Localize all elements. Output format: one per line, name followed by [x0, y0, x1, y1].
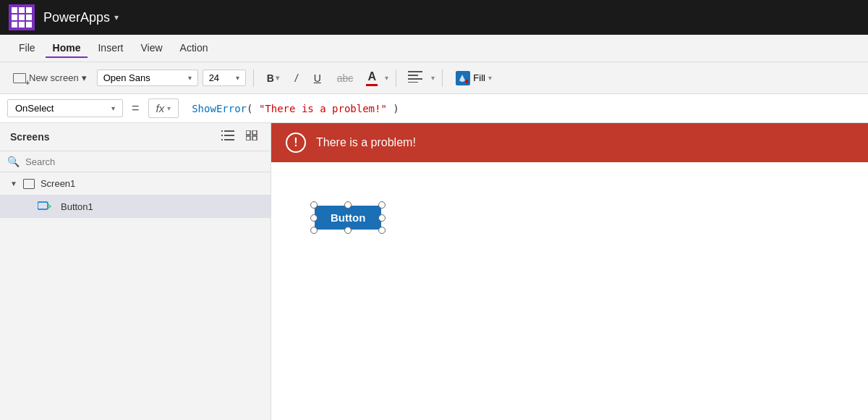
strikethrough-button[interactable]: abc — [331, 70, 359, 86]
svg-rect-9 — [224, 139, 234, 140]
screen-icon — [23, 179, 35, 189]
align-chevron-icon[interactable]: ▾ — [431, 74, 435, 82]
app-title: PowerApps ▾ — [43, 10, 119, 25]
sidebar-title: Screens — [10, 131, 49, 143]
toolbar-divider-3 — [442, 70, 443, 87]
svg-rect-15 — [38, 202, 48, 209]
handle-top-right[interactable] — [378, 201, 386, 209]
svg-rect-4 — [466, 80, 468, 83]
fx-button[interactable]: fx ▾ — [148, 98, 179, 118]
sidebar-icons — [218, 129, 260, 145]
property-dropdown[interactable]: OnSelect ▾ — [7, 99, 123, 117]
button1-icon — [38, 201, 52, 212]
svg-rect-8 — [221, 135, 223, 136]
button-widget[interactable]: Button — [315, 206, 381, 230]
error-message: There is a problem! — [316, 136, 416, 149]
toolbar-divider-1 — [253, 70, 254, 87]
font-size-chevron-icon: ▾ — [236, 74, 239, 82]
menu-bar: File Home Insert View Action — [0, 35, 868, 62]
font-color-bar — [366, 84, 378, 86]
align-icon — [408, 71, 422, 83]
svg-rect-13 — [246, 136, 250, 140]
error-icon: ! — [286, 133, 306, 153]
svg-rect-14 — [252, 136, 257, 140]
menu-insert[interactable]: Insert — [90, 39, 130, 58]
new-screen-button[interactable]: New screen ▾ — [7, 70, 93, 86]
italic-button[interactable]: / — [289, 70, 304, 86]
equals-sign: = — [129, 101, 142, 116]
screen1-label: Screen1 — [41, 178, 75, 189]
svg-rect-11 — [246, 130, 250, 135]
handle-top-left[interactable] — [310, 201, 318, 209]
font-color-button[interactable]: A — [363, 69, 380, 88]
handle-bottom-mid[interactable] — [344, 227, 352, 234]
menu-view[interactable]: View — [133, 39, 169, 58]
handle-bottom-right[interactable] — [378, 227, 386, 234]
font-color-chevron-icon[interactable]: ▾ — [385, 74, 388, 82]
handle-top-mid[interactable] — [344, 201, 352, 209]
button-label: Button — [331, 211, 365, 224]
svg-rect-12 — [252, 130, 257, 135]
svg-rect-10 — [221, 139, 223, 140]
waffle-grid-icon — [12, 7, 32, 28]
fill-button[interactable]: Fill ▾ — [450, 69, 498, 88]
app-chevron-icon[interactable]: ▾ — [114, 12, 119, 22]
top-bar: PowerApps ▾ — [0, 0, 868, 35]
svg-rect-7 — [224, 135, 234, 136]
svg-rect-3 — [408, 82, 418, 83]
svg-rect-1 — [408, 75, 418, 76]
canvas-content[interactable]: Button — [271, 162, 868, 420]
svg-rect-2 — [408, 78, 422, 80]
main-layout: Screens — [0, 123, 868, 420]
new-screen-icon — [13, 73, 26, 83]
canvas-area: ! There is a problem! Button — [271, 123, 868, 420]
sidebar-header: Screens — [0, 123, 271, 151]
search-icon: 🔍 — [7, 156, 20, 167]
handle-bottom-left[interactable] — [310, 227, 318, 234]
toolbar: New screen ▾ Open Sans ▾ 24 ▾ B ▾ / U ab… — [0, 62, 868, 94]
font-size-dropdown[interactable]: 24 ▾ — [203, 70, 246, 86]
svg-rect-0 — [408, 71, 422, 72]
fill-chevron-icon: ▾ — [488, 74, 492, 82]
menu-home[interactable]: Home — [46, 39, 88, 58]
svg-rect-6 — [221, 130, 223, 132]
waffle-menu[interactable] — [9, 4, 35, 30]
formula-content[interactable]: ShowError( "There is a problem!" ) — [184, 100, 861, 117]
menu-file[interactable]: File — [12, 39, 43, 58]
property-chevron-icon: ▾ — [111, 104, 115, 112]
fx-chevron-icon: ▾ — [167, 104, 171, 112]
font-family-chevron-icon: ▾ — [188, 74, 192, 82]
svg-rect-5 — [224, 130, 234, 132]
font-family-dropdown[interactable]: Open Sans ▾ — [97, 70, 198, 86]
handle-mid-right[interactable] — [378, 214, 386, 222]
button1-label: Button1 — [61, 201, 93, 212]
toolbar-divider-2 — [396, 70, 396, 87]
button-widget-container[interactable]: Button — [315, 206, 381, 230]
error-banner: ! There is a problem! — [271, 123, 868, 162]
formula-keyword: ShowError — [192, 103, 247, 114]
menu-action[interactable]: Action — [173, 39, 216, 58]
formula-bar: OnSelect ▾ = fx ▾ ShowError( "There is a… — [0, 94, 868, 123]
search-bar: 🔍 — [0, 151, 271, 172]
sidebar: Screens — [0, 123, 271, 420]
handle-mid-left[interactable] — [310, 214, 318, 222]
fill-bucket-icon — [456, 71, 470, 85]
new-screen-chevron-icon: ▾ — [82, 72, 87, 83]
search-input[interactable] — [25, 156, 263, 167]
align-button[interactable] — [404, 69, 427, 87]
screen1-tree-item[interactable]: ▼ Screen1 — [0, 172, 271, 195]
screen1-collapse-icon[interactable]: ▼ — [10, 180, 17, 188]
grid-view-icon[interactable] — [243, 129, 260, 145]
list-view-icon[interactable] — [218, 129, 237, 145]
bold-button[interactable]: B ▾ — [261, 70, 285, 86]
underline-button[interactable]: U — [308, 70, 327, 86]
button1-tree-item[interactable]: Button1 — [0, 195, 271, 218]
bold-chevron-icon: ▾ — [276, 74, 279, 82]
